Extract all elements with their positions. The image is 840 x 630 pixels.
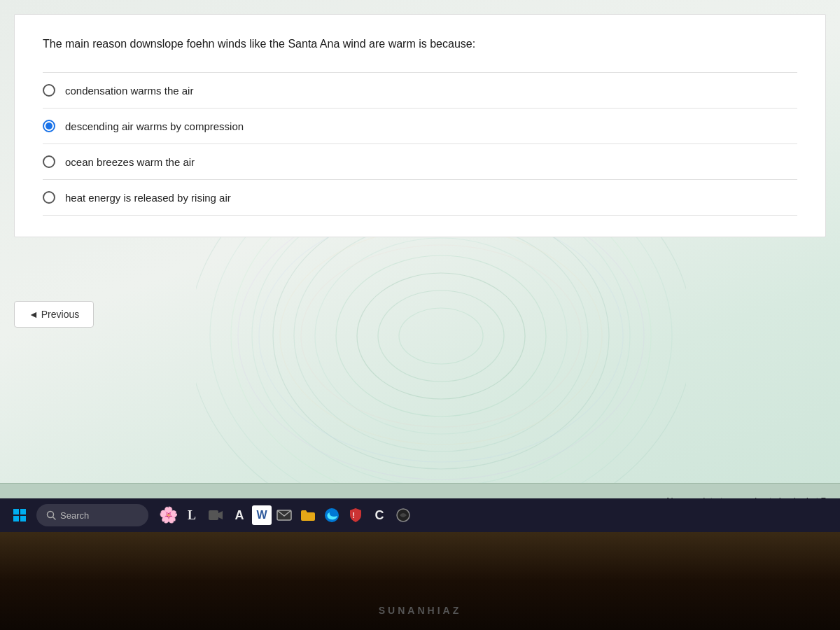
radio-circle-2 [43,120,55,132]
option-text-4: heat energy is released by rising air [65,192,231,204]
svg-rect-16 [20,509,26,514]
taskbar-icon-edge[interactable] [321,504,343,526]
svg-point-6 [273,203,609,469]
svg-text:!: ! [353,512,355,519]
option-label-3[interactable]: ocean breezes warm the air [43,155,797,168]
radio-circle-3 [43,155,55,168]
options-list: condensation warms the air descending ai… [43,72,797,216]
taskbar: Search 🌸 L A W [0,498,840,532]
taskbar-icon-folder[interactable] [297,504,319,526]
taskbar-icon-shield[interactable]: ! [344,504,367,526]
search-icon [46,510,56,520]
taskbar-icon-flower[interactable]: 🌸 [157,504,179,526]
svg-point-3 [336,255,546,416]
navigation-area: ◄ Previous [14,294,826,335]
laptop-bezel: SUNANHIAZ [0,532,840,630]
option-item-1[interactable]: condensation warms the air [43,73,797,108]
radio-circle-4 [43,191,55,204]
option-label-4[interactable]: heat energy is released by rising air [43,191,797,204]
svg-point-24 [325,508,339,522]
taskbar-icon-video[interactable] [204,504,227,526]
svg-rect-15 [13,509,19,514]
svg-point-11 [301,245,581,427]
svg-rect-17 [13,516,19,522]
svg-point-2 [357,273,525,399]
taskbar-search[interactable]: Search [36,504,148,526]
svg-point-12 [280,227,602,444]
taskbar-icon-W[interactable]: W [252,505,272,525]
radio-circle-1 [43,84,55,97]
question-text: The main reason downslope foehn winds li… [43,36,797,52]
svg-point-5 [294,220,588,451]
taskbar-icons: 🌸 L A W [157,504,414,526]
option-item-3[interactable]: ocean breezes warm the air [43,144,797,180]
start-button[interactable] [6,501,34,529]
taskbar-icon-extra[interactable] [392,504,414,526]
taskbar-icon-C[interactable]: C [368,504,391,526]
quiz-container: The main reason downslope foehn winds li… [14,14,826,237]
option-item-4[interactable]: heat energy is released by rising air [43,180,797,216]
svg-point-4 [315,238,567,434]
taskbar-icon-L[interactable]: L [181,504,203,526]
option-item-2[interactable]: descending air warms by compression [43,108,797,144]
option-text-3: ocean breezes warm the air [65,156,195,168]
search-label: Search [60,510,89,521]
previous-button[interactable]: ◄ Previous [14,301,94,328]
option-text-2: descending air warms by compression [65,120,244,132]
svg-line-20 [53,517,56,520]
option-label-1[interactable]: condensation warms the air [43,84,797,97]
option-text-1: condensation warms the air [65,85,193,97]
svg-rect-21 [209,510,218,520]
svg-marker-22 [218,511,223,519]
svg-point-13 [259,210,623,462]
option-label-2[interactable]: descending air warms by compression [43,120,797,132]
taskbar-icon-mail[interactable] [273,504,295,526]
content-area: .wave-line { fill: none; stroke-width: 1… [0,0,840,532]
bezel-brand-label: SUNANHIAZ [379,605,461,616]
svg-rect-18 [20,516,26,522]
taskbar-icon-A[interactable]: A [228,504,251,526]
